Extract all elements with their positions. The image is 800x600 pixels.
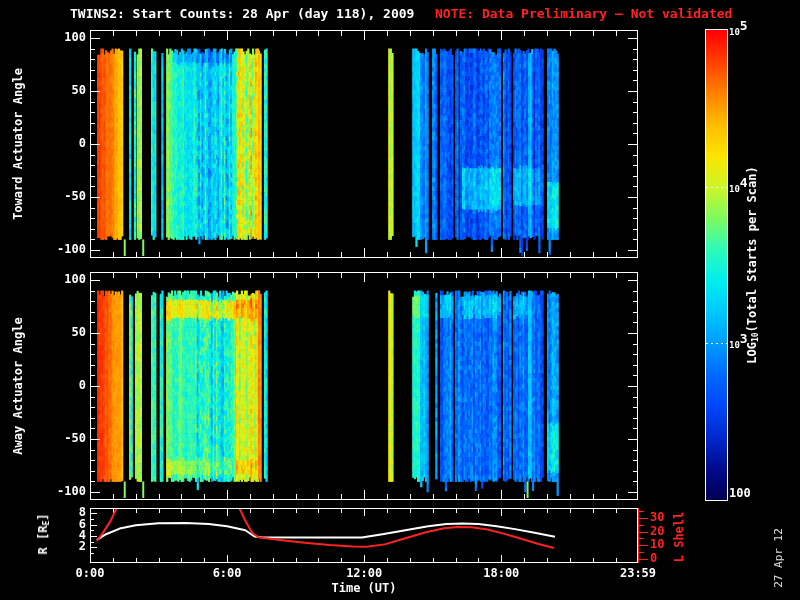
- twins2-start-counts-plot: TWINS2: Start Counts: 28 Apr (day 118), …: [0, 0, 800, 600]
- colorbar-tick-label: 105: [729, 23, 748, 36]
- lshell-axis-label: L Shell: [673, 512, 685, 563]
- spectrogram-canvas: [0, 0, 800, 600]
- toward-y-axis-label: Toward Actuator Angle: [12, 68, 24, 220]
- x-tick-label: 18:00: [461, 567, 541, 579]
- away-ytick-label: 100: [40, 273, 86, 285]
- lshell-ytick-label: 30: [650, 511, 664, 523]
- r-ytick-label: 2: [40, 540, 86, 552]
- lshell-ytick-label: 20: [650, 525, 664, 537]
- away-ytick-label: -50: [40, 432, 86, 444]
- toward-ytick-label: -100: [40, 243, 86, 255]
- colorbar-label-subscript: 10: [751, 332, 760, 342]
- toward-ytick-label: 100: [40, 31, 86, 43]
- x-tick-label: 12:00: [324, 567, 404, 579]
- x-axis-label: Time (UT): [324, 582, 404, 594]
- toward-ytick-label: 0: [40, 137, 86, 149]
- colorbar-tick-exponent: 4: [740, 175, 748, 190]
- lshell-ytick-label: 0: [650, 552, 657, 564]
- x-tick-label: 23:59: [598, 567, 678, 579]
- plot-date-stamp: 27 Apr 12: [773, 528, 784, 588]
- toward-ytick-label: 50: [40, 84, 86, 96]
- colorbar-tick-mantissa: 10: [729, 184, 740, 194]
- away-ytick-label: 50: [40, 326, 86, 338]
- colorbar-tick-label: 100: [729, 487, 751, 499]
- x-tick-label: 0:00: [50, 567, 130, 579]
- colorbar-tick-exponent: 5: [740, 18, 748, 33]
- colorbar-tick-mantissa: 10: [729, 27, 740, 37]
- x-tick-label: 6:00: [187, 567, 267, 579]
- colorbar-tick-exponent: 3: [740, 331, 748, 346]
- colorbar-label: LOG10(Total Starts per Scan): [746, 166, 760, 364]
- colorbar-tick-mantissa: 10: [729, 340, 740, 350]
- plot-title: TWINS2: Start Counts: 28 Apr (day 118), …: [70, 7, 414, 20]
- colorbar-tick-label: 104: [729, 180, 748, 193]
- away-y-axis-label: Away Actuator Angle: [12, 317, 24, 454]
- toward-ytick-label: -50: [40, 190, 86, 202]
- colorbar-tick-label: 103: [729, 336, 748, 349]
- data-preliminary-note: NOTE: Data Preliminary – Not validated: [435, 7, 732, 20]
- away-ytick-label: -100: [40, 485, 86, 497]
- lshell-ytick-label: 10: [650, 538, 664, 550]
- away-ytick-label: 0: [40, 379, 86, 391]
